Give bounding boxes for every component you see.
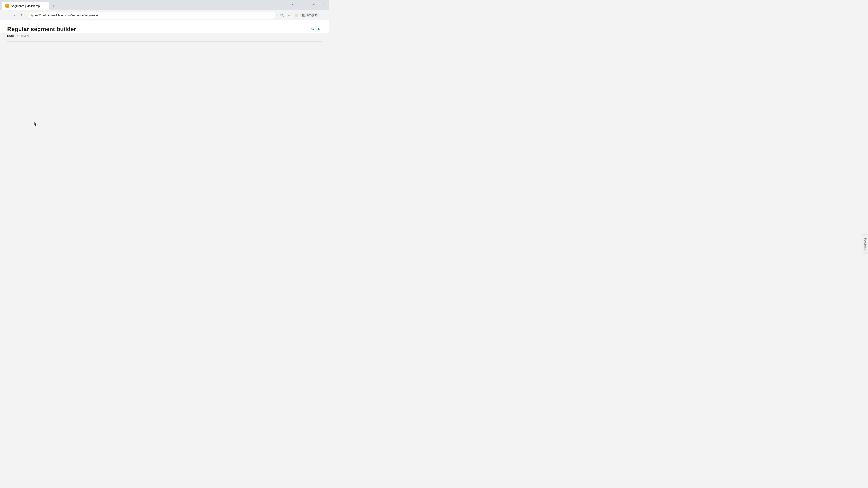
tab-favicon: 🐒	[5, 4, 9, 8]
reload-button[interactable]: ↻	[19, 12, 25, 18]
window-controls: ⌄ — ⧉ ✕	[287, 0, 329, 7]
breadcrumb-review: Review	[20, 34, 30, 37]
forward-button[interactable]: →	[11, 12, 17, 18]
tab-title: Segments | Mailchimp	[11, 4, 40, 8]
new-tab-button[interactable]: +	[50, 3, 57, 9]
maximize-button[interactable]: ⧉	[308, 0, 319, 7]
modal-overlay: Regular segment builder Build > Review C…	[0, 20, 329, 33]
bookmark-icon[interactable]: ☆	[286, 12, 292, 18]
back-button[interactable]: ←	[3, 12, 9, 18]
page-content: 🐒 Regular segment builder Build > Review…	[0, 20, 329, 33]
breadcrumb-separator: >	[17, 34, 18, 37]
browser-chrome: 🐒 Segments | Mailchimp × + ⌄ — ⧉ ✕ ← → ↻…	[0, 0, 329, 20]
incognito-label: Incognito	[306, 13, 317, 17]
incognito-badge: 🕵 Incognito	[300, 13, 319, 17]
extension-icon[interactable]: ⬜	[293, 12, 299, 18]
browser-window: 🐒 Segments | Mailchimp × + ⌄ — ⧉ ✕ ← → ↻…	[0, 0, 329, 33]
address-bar[interactable]: 🔒 us21.admin.mailchimp.com/audience/segm…	[27, 11, 277, 19]
search-icon[interactable]: 🔍	[278, 12, 285, 18]
modal-title: Regular segment builder	[7, 26, 76, 33]
minimize-button[interactable]: —	[298, 0, 308, 7]
incognito-icon: 🕵	[302, 13, 305, 17]
tab-close-button[interactable]: ×	[41, 4, 46, 8]
address-text: us21.admin.mailchimp.com/audience/segmen…	[35, 13, 98, 17]
browser-tabs: 🐒 Segments | Mailchimp × + ⌄ — ⧉ ✕	[0, 0, 329, 10]
modal-body: Select a filter × 🔍	[7, 41, 322, 41]
browser-toolbar: ← → ↻ 🔒 us21.admin.mailchimp.com/audienc…	[0, 10, 329, 20]
toolbar-actions: 🔍 ☆ ⬜ 🕵 Incognito ⋮	[278, 12, 327, 18]
menu-icon[interactable]: ⋮	[320, 12, 327, 18]
chevron-down-icon[interactable]: ⌄	[287, 0, 298, 7]
close-modal-button[interactable]: Close	[310, 26, 322, 31]
mouse-cursor	[33, 122, 38, 126]
active-tab[interactable]: 🐒 Segments | Mailchimp ×	[2, 2, 49, 10]
breadcrumb: Build > Review	[7, 34, 76, 37]
close-button[interactable]: ✕	[319, 0, 329, 7]
lock-icon: 🔒	[31, 13, 34, 17]
breadcrumb-build[interactable]: Build	[7, 34, 15, 37]
modal-header: Regular segment builder Build > Review C…	[7, 26, 322, 37]
modal-title-section: Regular segment builder Build > Review	[7, 26, 76, 37]
